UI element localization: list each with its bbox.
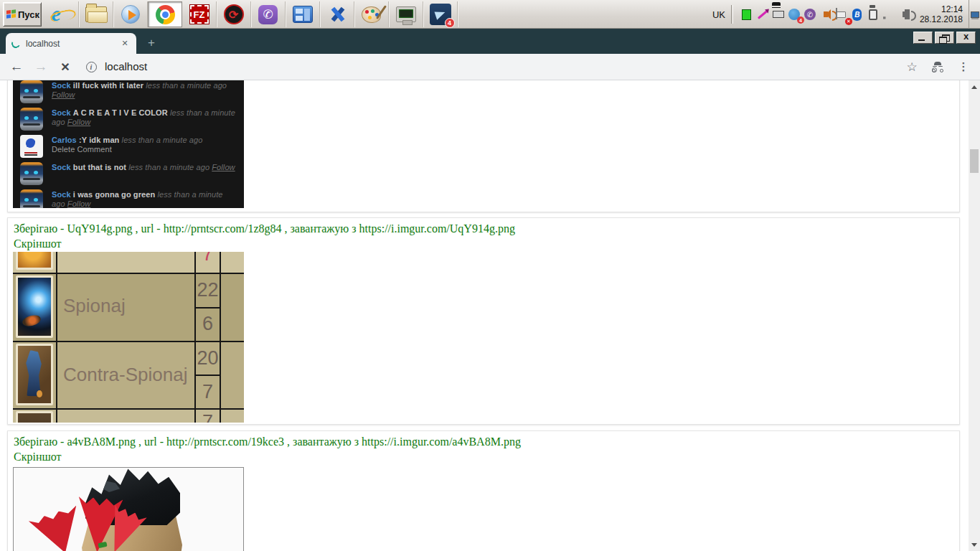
- stat-value: 20: [194, 347, 221, 369]
- screenshot-toggle[interactable]: Скріншот: [14, 451, 62, 463]
- tray-network[interactable]: [881, 6, 897, 22]
- viber-tray-icon: [804, 9, 816, 20]
- address-bar[interactable]: localhost: [105, 60, 147, 72]
- comment-row: Sock ill fuck with it later less than a …: [13, 80, 244, 108]
- comment-text: Sock i was gonna go green less than a mi…: [52, 190, 237, 208]
- bookmark-button[interactable]: ☆: [901, 54, 923, 80]
- tray-volume-mixer[interactable]: [818, 6, 834, 22]
- comment-author: Sock: [52, 81, 71, 90]
- dark-item-icon: [16, 411, 53, 423]
- post-card-save-1: Зберігаю - UqY914g.png , url - http://pr…: [7, 217, 960, 425]
- follow-link: Follow: [212, 163, 235, 171]
- stat-value: 7: [194, 381, 221, 403]
- new-tab-button[interactable]: [143, 35, 159, 51]
- tray-clock[interactable]: 12:14 28.12.2018: [920, 4, 963, 24]
- tab-close-icon[interactable]: [119, 38, 131, 50]
- sock-robot-avatar: [20, 189, 43, 208]
- taskbar-system-monitor[interactable]: [389, 1, 423, 27]
- up-arrow-icon: [971, 85, 977, 89]
- site-info-button[interactable]: [80, 54, 102, 80]
- scroll-down-button[interactable]: [969, 540, 980, 550]
- delete-comment-link: Delete Comment: [52, 145, 112, 154]
- minimize-button[interactable]: [913, 32, 933, 44]
- tray-green-app[interactable]: [739, 6, 755, 22]
- back-button[interactable]: ←: [6, 54, 27, 80]
- sock-robot-avatar: [20, 162, 43, 185]
- bluetooth-icon: [852, 9, 862, 21]
- system-tray: UK 4 12:14 28.12.2018: [712, 0, 980, 29]
- save-status-line: Зберігаю - a4vBA8M.png , url - http://pr…: [14, 435, 946, 448]
- save-status-line: Зберігаю - UqY914g.png , url - http://pr…: [14, 222, 946, 235]
- restore-button[interactable]: [935, 32, 954, 44]
- tray-speaker[interactable]: [897, 6, 913, 22]
- coal-sack-image: [13, 467, 244, 551]
- menu-button[interactable]: [953, 54, 974, 80]
- sock-robot-avatar: [20, 80, 43, 103]
- forward-button[interactable]: →: [30, 54, 52, 80]
- comment-row: Sock i was gonna go green less than a mi…: [13, 189, 244, 208]
- spionaj-icon: [16, 276, 53, 338]
- comment-time: less than a minute ago: [146, 81, 227, 90]
- language-indicator[interactable]: UK: [712, 9, 725, 20]
- taskbar-red-utility[interactable]: [217, 1, 251, 27]
- scroll-up-button[interactable]: [969, 82, 980, 92]
- close-button[interactable]: [956, 32, 976, 44]
- taskbar-file-manager[interactable]: [79, 1, 113, 27]
- screen: Пуск e 4 UK: [0, 0, 980, 551]
- contra-spionaj-icon: [16, 344, 53, 405]
- tray-bluetooth[interactable]: [849, 6, 865, 22]
- taskbar-chrome-active[interactable]: [148, 1, 182, 27]
- browser-window: localhost ← → ✕ localhost ☆: [0, 29, 980, 551]
- taskbar-paint[interactable]: [354, 1, 389, 27]
- tray-telegram[interactable]: 4: [786, 6, 802, 22]
- stop-button[interactable]: ✕: [55, 54, 76, 80]
- start-button[interactable]: Пуск: [3, 2, 42, 27]
- comment-author: Sock: [52, 108, 71, 117]
- taskbar-telegram[interactable]: 4: [423, 1, 458, 27]
- scrollbar-thumb[interactable]: [970, 149, 979, 173]
- info-icon: [86, 62, 97, 72]
- grid-line: [56, 252, 57, 423]
- tray-viber[interactable]: [802, 6, 818, 22]
- internet-explorer-icon: e: [52, 4, 72, 24]
- tray-clipboard[interactable]: [865, 6, 881, 22]
- comment-text: Carlos :Y idk man less than a minute ago…: [52, 136, 237, 154]
- media-player-icon: [121, 5, 140, 24]
- taskbar-display-panels[interactable]: [286, 1, 320, 27]
- shell-icon: [16, 252, 53, 270]
- sock-robot-avatar: [20, 108, 43, 131]
- tray-separator: [731, 5, 733, 24]
- flag-warning-icon: [837, 11, 846, 18]
- loading-spinner-icon: [10, 38, 21, 49]
- taskbar-media-player[interactable]: [113, 1, 148, 27]
- vertical-scrollbar[interactable]: [969, 80, 980, 551]
- stop-icon: ✕: [60, 60, 70, 74]
- comment-message: :Y idk man: [79, 136, 119, 144]
- comment-message: A C R E A T I V E COLOR: [73, 108, 168, 117]
- comment-text: Sock ill fuck with it later less than a …: [52, 81, 237, 100]
- taskbar-internet-explorer[interactable]: e: [44, 1, 79, 27]
- tab-localhost[interactable]: localhost: [6, 33, 136, 54]
- show-desktop-button[interactable]: [969, 0, 980, 29]
- taskbar: Пуск e 4 UK: [0, 0, 980, 29]
- comment-text: Sock A C R E A T I V E COLOR less than a…: [52, 108, 237, 127]
- follow-link: Follow: [67, 199, 90, 208]
- comment-time: less than a minute ago: [122, 136, 203, 144]
- tray-pencil-app[interactable]: [755, 6, 771, 22]
- comment-message: i was gonna go green: [73, 190, 155, 199]
- back-arrow-icon: ←: [10, 59, 24, 75]
- stat-value: 7: [194, 411, 221, 423]
- grid-line: [196, 307, 220, 309]
- stat-value: 6: [194, 313, 221, 335]
- tray-mail-app[interactable]: [771, 6, 786, 22]
- tray-action-center[interactable]: [834, 6, 849, 22]
- taskbar-filezilla[interactable]: [182, 1, 217, 27]
- taskbar-visual-studio[interactable]: [320, 1, 354, 27]
- screenshot-toggle[interactable]: Скріншот: [14, 237, 62, 250]
- clock-date: 28.12.2018: [920, 14, 963, 24]
- taskbar-viber[interactable]: [251, 1, 286, 27]
- stat-value: 7: [194, 252, 221, 265]
- incognito-indicator: [927, 54, 948, 80]
- display-panels-icon: [293, 6, 313, 23]
- three-dots-icon: [958, 60, 969, 73]
